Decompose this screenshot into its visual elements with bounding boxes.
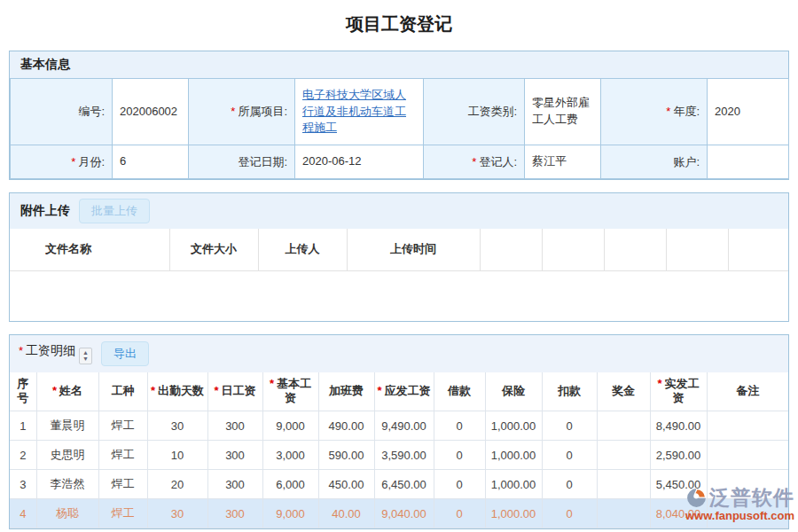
wage-cell: 焊工 [98, 499, 147, 528]
field-value-number: 202006002 [113, 79, 189, 145]
field-value-month: 6 [113, 145, 189, 179]
export-button[interactable]: 导出 [101, 341, 149, 366]
wage-cell: 1,000.00 [485, 470, 542, 499]
field-label-register-date: 登记日期: [189, 145, 295, 179]
field-label-registrant: *登记人: [424, 145, 525, 179]
wage-col-daily-wage: *日工资 [207, 372, 262, 411]
wage-cell: 0 [434, 470, 485, 499]
wage-cell: 0 [434, 499, 485, 528]
wage-cell: 8,040.00 [650, 499, 707, 528]
att-col-empty [480, 229, 542, 271]
wage-cell: 300 [207, 470, 262, 499]
field-label-project: *所属项目: [189, 79, 295, 145]
att-col-empty [728, 229, 788, 271]
wage-row[interactable]: 3 李浩然 焊工 20 300 6,000 450.00 6,450.00 0 … [10, 470, 788, 499]
field-label-month: *月份: [11, 145, 113, 179]
required-asterisk: * [214, 384, 218, 397]
wage-cell: 史思明 [36, 441, 98, 470]
att-col-empty [542, 229, 604, 271]
basic-info-table: 编号: 202006002 *所属项目: 电子科技大学区域人行道及非机动车道工程… [10, 78, 789, 179]
wage-cell: 李浩然 [36, 470, 98, 499]
wage-cell: 30 [147, 411, 207, 441]
wage-col-attendance: *出勤天数 [147, 372, 207, 411]
wage-col-overtime: 加班费 [318, 372, 374, 411]
batch-upload-button[interactable]: 批量上传 [79, 199, 150, 223]
wage-cell: 2,590.00 [650, 441, 707, 470]
wage-col-trade: 工种 [98, 372, 147, 411]
required-asterisk: * [231, 105, 235, 118]
wage-cell [597, 470, 650, 499]
wage-col-net-pay: *实发工资 [650, 372, 707, 411]
wage-cell [707, 470, 788, 499]
wage-cell: 1,000.00 [485, 441, 542, 470]
wage-cell: 4 [10, 499, 36, 528]
wage-cell: 1,000.00 [485, 411, 542, 441]
field-value-wage-type: 零星外部雇工人工费 [525, 79, 601, 145]
wage-row[interactable]: 2 史思明 焊工 10 300 3,000 590.00 3,590.00 0 … [10, 441, 788, 470]
wage-cell [707, 441, 788, 470]
att-col-filesize: 文件大小 [169, 229, 258, 271]
wage-cell: 3,000 [262, 441, 318, 470]
wage-col-insurance: 保险 [485, 372, 542, 411]
page-title: 项目工资登记 [0, 0, 798, 51]
wage-cell: 590.00 [318, 441, 374, 470]
basic-info-title: 基本信息 [20, 57, 70, 73]
wage-cell: 40.00 [318, 499, 374, 528]
wage-cell: 1,000.00 [485, 499, 542, 528]
wage-cell: 0 [434, 411, 485, 441]
wage-cell [597, 441, 650, 470]
wage-cell: 0 [542, 499, 597, 528]
wage-col-deduction: 扣款 [542, 372, 597, 411]
required-asterisk: * [377, 384, 381, 397]
project-link[interactable]: 电子科技大学区域人行道及非机动车道工程施工 [302, 88, 406, 135]
wage-cell: 0 [434, 441, 485, 470]
wage-cell: 焊工 [98, 411, 147, 441]
wage-cell: 9,000 [262, 499, 318, 528]
wage-cell: 8,490.00 [650, 411, 707, 441]
required-asterisk: * [666, 105, 670, 118]
attachments-empty-body [10, 271, 788, 321]
wage-cell: 20 [147, 470, 207, 499]
wage-cell: 焊工 [98, 441, 147, 470]
wage-cell [707, 499, 788, 528]
wage-row-selected[interactable]: 4 杨聪 焊工 30 300 9,000 40.00 9,040.00 0 1,… [10, 499, 788, 528]
wage-cell: 30 [147, 499, 207, 528]
basic-info-header: 基本信息 [10, 51, 788, 78]
field-value-registrant: 蔡江平 [525, 145, 601, 179]
wage-col-bonus: 奖金 [597, 372, 650, 411]
wage-row[interactable]: 1 董晨明 焊工 30 300 9,000 490.00 9,490.00 0 … [10, 411, 788, 441]
attachments-table: 文件名称 文件大小 上传人 上传时间 [10, 229, 788, 272]
sort-icon[interactable]: ▲▼ [79, 348, 92, 364]
field-value-register-date: 2020-06-12 [295, 145, 424, 179]
field-label-wage-type: 工资类别: [424, 79, 525, 145]
att-col-empty [604, 229, 666, 271]
required-asterisk: * [151, 384, 155, 397]
wage-cell: 0 [542, 411, 597, 441]
attachments-section: 附件上传 批量上传 文件名称 文件大小 上传人 上传时间 [9, 192, 789, 322]
wage-cell: 450.00 [318, 470, 374, 499]
wage-details-title: *工资明细▲▼ [19, 343, 92, 364]
wage-cell [597, 411, 650, 441]
attachments-header: 附件上传 批量上传 [10, 193, 788, 229]
wage-details-section: *工资明细▲▼ 导出 序号 *姓名 工种 *出勤天数 *日工资 *基本工资 加班… [9, 334, 789, 529]
wage-cell: 300 [207, 411, 262, 441]
wage-col-loan: 借款 [434, 372, 485, 411]
wage-cell: 490.00 [318, 411, 374, 441]
required-asterisk: * [52, 384, 57, 397]
wage-cell: 焊工 [98, 470, 147, 499]
wage-cell: 6,000 [262, 470, 318, 499]
wage-cell: 6,450.00 [374, 470, 434, 499]
wage-cell: 董晨明 [36, 411, 98, 441]
wage-table: 序号 *姓名 工种 *出勤天数 *日工资 *基本工资 加班费 *应发工资 借款 … [10, 372, 788, 529]
wage-cell: 0 [542, 441, 597, 470]
wage-details-toolbar: *工资明细▲▼ 导出 [10, 335, 788, 372]
required-asterisk: * [19, 344, 23, 357]
wage-col-index: 序号 [10, 372, 36, 411]
wage-col-name: *姓名 [36, 372, 98, 411]
wage-col-gross-pay: *应发工资 [374, 372, 434, 411]
wage-cell: 300 [207, 441, 262, 470]
wage-cell: 2 [10, 441, 36, 470]
field-label-number: 编号: [11, 79, 113, 145]
wage-header-row: 序号 *姓名 工种 *出勤天数 *日工资 *基本工资 加班费 *应发工资 借款 … [10, 372, 788, 411]
wage-cell: 300 [207, 499, 262, 528]
